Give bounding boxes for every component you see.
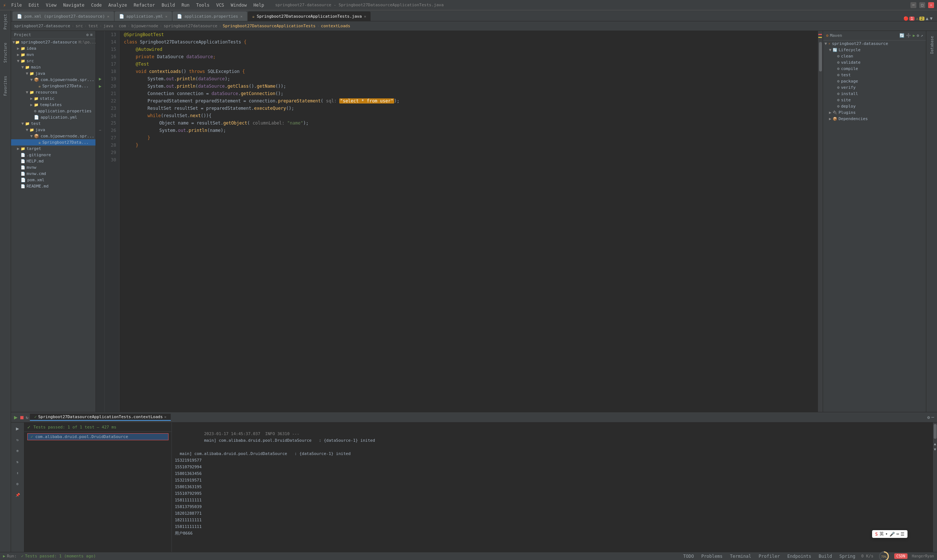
breadcrumb-method[interactable]: contextLoads	[321, 23, 350, 28]
run-side-play[interactable]: ▶	[13, 424, 22, 433]
java-tab-close[interactable]: ✕	[364, 14, 366, 18]
tree-test-package[interactable]: ▼ 📦 com.bjpowernode.spr...	[11, 133, 96, 139]
output-scrollbar-thumb[interactable]	[934, 424, 937, 439]
tree-test-java[interactable]: ▼ 📁 java	[11, 127, 96, 133]
endpoints-button[interactable]: Endpoints	[786, 553, 813, 560]
editor-scrollbar[interactable]	[818, 31, 823, 412]
menu-view[interactable]: View	[43, 2, 59, 8]
menu-edit[interactable]: Edit	[25, 2, 42, 8]
tree-resources[interactable]: ▼ 📁 resources	[11, 89, 96, 95]
code-content[interactable]: @SpringBootTest class Springboot27Dataso…	[119, 31, 818, 412]
database-tool-button[interactable]: Database	[928, 34, 936, 56]
run-play-button[interactable]: ▶	[14, 414, 18, 421]
maven-install[interactable]: ⚙ install	[823, 91, 926, 97]
tree-com-bjpowernode[interactable]: ▼ 📦 com.bjpowernode.spr...	[11, 77, 96, 83]
maven-deploy[interactable]: ⚙ deploy	[823, 103, 926, 109]
maven-root[interactable]: ▼ ⚡ springboot27-datasource	[823, 40, 926, 47]
menu-tools[interactable]: Tools	[193, 2, 212, 8]
tab-pom[interactable]: 📄 pom.xml (springboot27-datasource) ✕	[12, 11, 114, 21]
mic-icon[interactable]: 🎤	[889, 532, 895, 537]
settings-icon-small[interactable]: ☰	[900, 532, 905, 537]
yml-tab-close[interactable]: ✕	[165, 14, 167, 18]
run-side-filter[interactable]: ⊕	[13, 446, 22, 455]
maven-validate[interactable]: ⚙ validate	[823, 59, 926, 66]
terminal-button[interactable]: Terminal	[728, 553, 753, 560]
breadcrumb-package[interactable]: springboot27datasource	[164, 23, 218, 28]
menu-window[interactable]: Window	[228, 2, 250, 8]
minimize-button[interactable]: ─	[911, 2, 916, 8]
maven-verify[interactable]: ⚙ verify	[823, 85, 926, 91]
maven-settings-icon[interactable]: ⚙	[917, 33, 919, 38]
todo-button[interactable]: TODO	[682, 553, 695, 560]
output-scrollbar[interactable]: ▲ ▼	[932, 423, 937, 552]
maven-clean[interactable]: ⚙ clean	[823, 53, 926, 59]
tab-main-java[interactable]: ☕ Springboot27DatasourceApplicationTests…	[248, 11, 370, 21]
tree-static[interactable]: ▶ 📁 static	[11, 95, 96, 102]
run-settings-icon[interactable]: ⚙	[928, 415, 930, 420]
run-side-pin[interactable]: 📌	[13, 490, 22, 499]
tree-templates[interactable]: ▶ 📁 templates	[11, 102, 96, 108]
maven-test[interactable]: ⚙ test	[823, 72, 926, 78]
structure-tool-button[interactable]: Structure	[3, 40, 8, 65]
breadcrumb-com[interactable]: com	[119, 23, 126, 28]
tab-yml[interactable]: 📄 application.yml ✕	[115, 11, 172, 21]
problems-button[interactable]: Problems	[700, 553, 724, 560]
tree-mvnw[interactable]: ▶ 📄 mvnw	[11, 164, 96, 171]
run-tab-close[interactable]: ✕	[164, 415, 166, 419]
maven-plugins[interactable]: ▶ 🔌 Plugins	[823, 109, 926, 116]
tree-springboot-app[interactable]: ▶ ☕ Springboot27Data...	[11, 83, 96, 89]
keyboard-icon[interactable]: ⌨	[897, 532, 899, 537]
run-collapse-icon[interactable]: ─	[931, 415, 934, 420]
tree-help[interactable]: ▶ 📄 HELP.md	[11, 158, 96, 164]
tree-pom[interactable]: ▶ 📄 pom.xml	[11, 177, 96, 183]
pom-tab-close[interactable]: ✕	[107, 14, 110, 18]
test-class-item[interactable]: ✓ com.alibaba.druid.pool.DruidDataSource	[27, 433, 168, 440]
run-side-expand[interactable]: ↕	[13, 468, 22, 477]
breadcrumb-src[interactable]: src	[76, 23, 83, 28]
maven-package[interactable]: ⚙ package	[823, 78, 926, 85]
scroll-bottom-icon[interactable]: ▼	[934, 447, 936, 451]
maven-expand-icon[interactable]: ↗	[920, 33, 923, 38]
tree-src[interactable]: ▼ 📁 src	[11, 58, 96, 64]
run-output-panel[interactable]: 2023-01-17 14:45:37.037 INFO 36310 --- m…	[172, 423, 932, 552]
tree-test[interactable]: ▼ 📁 test	[11, 120, 96, 127]
scroll-down-icon[interactable]: ▼	[930, 16, 932, 21]
close-button[interactable]: ✕	[928, 2, 934, 8]
run-side-rerun[interactable]: ↻	[13, 435, 22, 444]
menu-refactor[interactable]: Refactor	[131, 2, 158, 8]
tree-app-properties[interactable]: ▶ ⚙ application.properties	[11, 108, 96, 114]
favorites-tool-button[interactable]: Favorites	[3, 74, 8, 98]
tree-mvn[interactable]: ▶ 📁 mvn	[11, 52, 96, 58]
tree-target[interactable]: ▶ 📁 target	[11, 146, 96, 152]
props-tab-close[interactable]: ✕	[241, 14, 242, 18]
menu-navigate[interactable]: Navigate	[60, 2, 87, 8]
tab-properties[interactable]: 📄 application.properties ✕	[173, 11, 247, 21]
maven-refresh-icon[interactable]: 🔄	[899, 33, 905, 38]
tree-idea[interactable]: ▶ 📁 idea	[11, 45, 96, 52]
build-button[interactable]: Build	[817, 553, 834, 560]
maven-compile[interactable]: ⚙ compile	[823, 66, 926, 72]
maven-add-icon[interactable]: ➕	[906, 33, 911, 38]
run-rerun-button[interactable]: ↻	[26, 415, 28, 420]
run-side-gear[interactable]: ⚙	[13, 479, 22, 488]
run-stop-button[interactable]: ⏹	[19, 414, 24, 420]
breadcrumb-java[interactable]: java	[103, 23, 114, 28]
maven-lifecycle[interactable]: ▼ 🔄 Lifecycle	[823, 47, 926, 53]
menu-help[interactable]: Help	[250, 2, 267, 8]
breadcrumb-test[interactable]: test	[88, 23, 98, 28]
menu-run[interactable]: Run	[179, 2, 193, 8]
tree-mvnw-cmd[interactable]: ▶ 📄 mvnw.cmd	[11, 171, 96, 177]
menu-code[interactable]: Code	[88, 2, 105, 8]
project-settings-icon[interactable]: ⚙	[86, 32, 89, 37]
breadcrumb-class[interactable]: Springboot27DatasourceApplicationTests	[223, 23, 316, 28]
run-test-gutter-icon[interactable]: ▶	[99, 76, 102, 82]
breadcrumb-bjpowernode[interactable]: bjpowernode	[131, 23, 158, 28]
menu-file[interactable]: File	[8, 2, 25, 8]
profiler-button[interactable]: Profiler	[757, 553, 781, 560]
tree-java[interactable]: ▼ 📁 java	[11, 70, 96, 77]
tree-gitignore[interactable]: ▶ 📄 .gitignore	[11, 152, 96, 158]
project-expand-icon[interactable]: ≡	[90, 32, 93, 37]
maven-run-icon[interactable]: ▶	[913, 33, 915, 38]
maximize-button[interactable]: □	[919, 2, 925, 8]
project-tool-button[interactable]: Project	[3, 12, 8, 32]
